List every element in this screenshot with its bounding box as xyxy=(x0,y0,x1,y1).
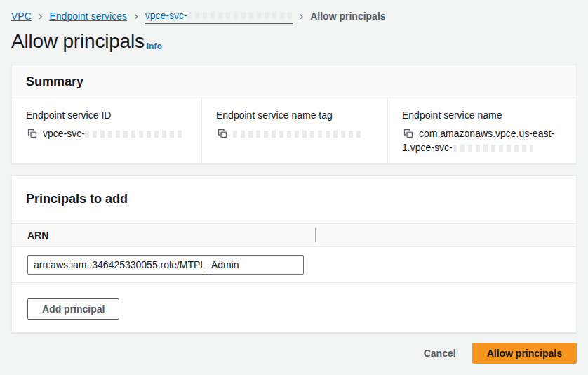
page-title-row: Allow principals Info xyxy=(11,29,577,53)
field-endpoint-service-name-tag: Endpoint service name tag xyxy=(201,98,387,163)
allow-principals-button[interactable]: Allow principals xyxy=(472,343,577,364)
chevron-right-icon: › xyxy=(133,11,139,22)
redacted-text xyxy=(187,12,293,19)
breadcrumb-link-vpc[interactable]: VPC xyxy=(11,9,32,23)
redacted-text xyxy=(453,145,533,152)
breadcrumb-link-endpoint-services[interactable]: Endpoint services xyxy=(49,9,127,23)
copy-icon[interactable] xyxy=(218,129,227,138)
field-value: com.amazonaws.vpce.us-east-1.vpce-svc- xyxy=(402,126,562,154)
field-value-text: vpce-svc- xyxy=(43,128,85,139)
copy-icon[interactable] xyxy=(403,129,413,138)
column-divider xyxy=(315,228,316,242)
cancel-button[interactable]: Cancel xyxy=(413,343,467,364)
arn-column-header: ARN xyxy=(27,230,48,241)
field-label: Endpoint service name tag xyxy=(216,108,373,122)
arn-column-header-row: ARN xyxy=(12,223,576,247)
allow-principals-page: VPC › Endpoint services › vpce-svc- › Al… xyxy=(0,0,588,372)
field-value: vpce-svc- xyxy=(26,126,187,140)
principals-card-header: Principals to add xyxy=(12,176,576,223)
principals-to-add-card: Principals to add ARN Add principal xyxy=(11,175,577,333)
chevron-right-icon: › xyxy=(299,11,305,22)
page-title: Allow principals xyxy=(11,29,145,53)
redacted-text xyxy=(85,131,183,138)
summary-title: Summary xyxy=(26,74,562,89)
summary-card: Summary Endpoint service ID vpce-svc- En… xyxy=(11,65,577,164)
footer-actions: Cancel Allow principals xyxy=(11,343,577,364)
field-value xyxy=(216,126,373,140)
add-principal-button[interactable]: Add principal xyxy=(27,298,119,320)
breadcrumb: VPC › Endpoint services › vpce-svc- › Al… xyxy=(11,8,577,24)
chevron-right-icon: › xyxy=(38,11,44,22)
info-link[interactable]: Info xyxy=(147,41,162,51)
field-endpoint-service-id: Endpoint service ID vpce-svc- xyxy=(12,98,201,163)
principals-title: Principals to add xyxy=(26,191,562,206)
field-label: Endpoint service name xyxy=(402,108,562,122)
breadcrumb-link-endpoint-service-id[interactable]: vpce-svc- xyxy=(145,8,293,24)
principals-card-footer: Add principal xyxy=(12,283,576,332)
field-label: Endpoint service ID xyxy=(26,108,187,122)
redacted-text xyxy=(233,131,363,138)
breadcrumb-current-page: Allow principals xyxy=(310,9,385,23)
arn-input[interactable] xyxy=(27,255,304,275)
breadcrumb-link-label: vpce-svc- xyxy=(145,8,187,22)
field-endpoint-service-name: Endpoint service name com.amazonaws.vpce… xyxy=(387,98,576,163)
copy-icon[interactable] xyxy=(27,129,37,138)
summary-card-header: Summary xyxy=(12,65,576,98)
arn-input-row xyxy=(12,247,576,283)
summary-body: Endpoint service ID vpce-svc- Endpoint s… xyxy=(12,98,576,163)
